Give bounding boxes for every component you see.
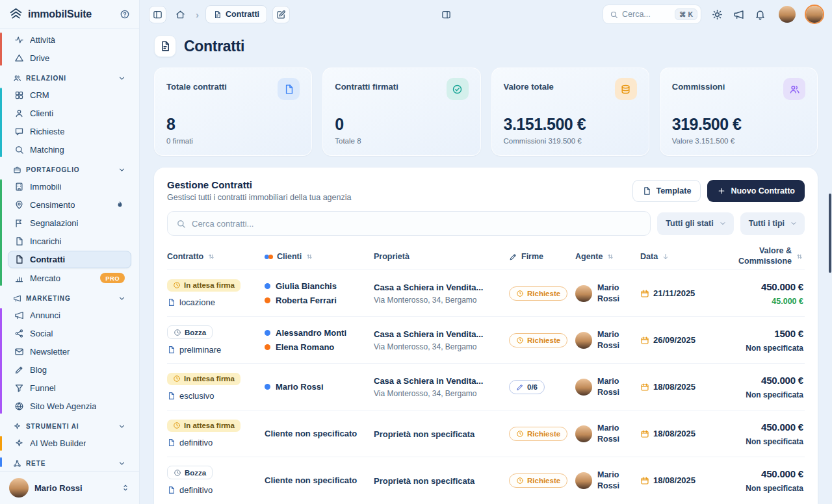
sidebar-item-immobili[interactable]: Immobili (8, 178, 131, 195)
sidebar-item-matching[interactable]: Matching (8, 141, 131, 158)
column-header-data[interactable]: Data (640, 252, 713, 261)
global-search-input[interactable] (622, 10, 668, 19)
sidebar-toggle-button[interactable] (149, 6, 166, 23)
sidebar-item-annunci[interactable]: Annunci (8, 307, 131, 324)
firme-pill[interactable]: 0/6 (509, 380, 545, 394)
contract-value: 1500 € (713, 328, 803, 339)
contract-type-label: locazione (179, 297, 215, 307)
sidebar-item-ai-web-builder[interactable]: AI Web Builder (8, 435, 131, 452)
search-shortcut: ⌘ K (675, 8, 697, 20)
cell-firme: Richieste (509, 427, 575, 441)
stat-card-totale-contratti: Totale contratti80 firmati (154, 68, 312, 156)
notifications-bell-icon[interactable] (755, 9, 766, 20)
stat-card-commissioni: Commissioni319.500 €Valore 3.151.500 € (660, 68, 818, 156)
sidebar-item-richieste[interactable]: Richieste (8, 123, 131, 140)
sidebar-item-mercato[interactable]: MercatoPRO (8, 269, 131, 287)
sidebar-item-contratti[interactable]: Contratti (8, 251, 131, 268)
column-header-propriet[interactable]: Proprietà (374, 252, 509, 261)
activity-icon (14, 35, 24, 45)
cell-agent: Mario Rossi (575, 470, 640, 491)
column-header-contratto[interactable]: Contratto (167, 252, 265, 261)
firme-pill[interactable]: Richieste (509, 427, 567, 441)
home-button[interactable] (172, 6, 189, 23)
stat-value: 8 (166, 115, 300, 134)
sidebar-item-label: Mercato (30, 273, 60, 283)
contracts-search[interactable] (167, 211, 651, 236)
firme-pill[interactable]: Richieste (509, 473, 567, 488)
sidebar-item-censimento[interactable]: Censimento (8, 196, 131, 214)
section-header-portafoglio[interactable]: PORTAFOGLIO (8, 160, 131, 177)
table-row[interactable]: In attesa firmaesclusivoMario RossiCasa … (167, 363, 805, 410)
panel-title: Gestione Contratti (167, 179, 351, 190)
contracts-search-input[interactable] (192, 219, 642, 229)
firme-pill[interactable]: Richieste (509, 286, 567, 301)
table-row[interactable]: In attesa firmadefinitivoCliente non spe… (167, 410, 805, 457)
breadcrumb-separator: › (194, 9, 200, 20)
breadcrumb-current[interactable]: Contratti (205, 5, 267, 23)
topbar-avatar-2[interactable] (806, 6, 823, 23)
status-filter-select[interactable]: Tutti gli stati (657, 212, 733, 235)
global-search[interactable]: ⌘ K (603, 5, 701, 24)
section-header-strumenti-ai[interactable]: STRUMENTI AI (8, 416, 131, 434)
new-entry-button[interactable] (272, 6, 290, 23)
topbar-avatar-1[interactable] (779, 6, 796, 23)
panel-layout-button[interactable] (437, 6, 455, 23)
grid-icon (14, 90, 24, 100)
scrollbar-thumb[interactable] (829, 194, 831, 273)
sidebar-item-segnalazioni[interactable]: Segnalazioni (8, 214, 131, 232)
sidebar-item-label: Attività (30, 35, 55, 45)
sidebar-item-crm[interactable]: CRM (8, 86, 131, 104)
date-value: 26/09/2025 (653, 335, 696, 345)
section-label: PORTAFOGLIO (26, 166, 80, 173)
table-header-row: ContrattoClientiProprietàFirmeAgenteData… (167, 244, 805, 270)
sidebar-item-social[interactable]: Social (8, 325, 131, 342)
table-row[interactable]: BozzapreliminareAlessandro MontiElena Ro… (167, 316, 805, 363)
sidebar-item-blog[interactable]: Blog (8, 361, 131, 379)
client-name: Alessandro Monti (276, 328, 346, 338)
status-badge: In attesa firma (167, 420, 240, 432)
column-header-agente[interactable]: Agente (575, 252, 640, 261)
section-header-relazioni[interactable]: RELAZIONI (8, 68, 131, 86)
announcements-icon[interactable] (733, 9, 744, 20)
sidebar-item-funnel[interactable]: Funnel (8, 379, 131, 397)
section-items: ImmobiliCensimentoSegnalazioniIncarichiC… (8, 178, 131, 287)
cell-clients: Mario Rossi (265, 382, 374, 392)
section-header-marketing[interactable]: MARKETING (8, 288, 131, 306)
sidebar-item-sito-web-agenzia[interactable]: Sito Web Agenzia (8, 397, 131, 415)
contracts-page-icon (159, 40, 171, 52)
sidebar-item-drive[interactable]: Drive (8, 49, 131, 67)
stat-subtext: Totale 8 (335, 137, 468, 145)
chevrons-updown-icon[interactable] (121, 483, 130, 492)
stat-card-valore-totale: Valore totale3.151.500 €Commissioni 319.… (491, 68, 649, 156)
section-header-rete[interactable]: RETE (8, 453, 131, 471)
new-contract-button[interactable]: Nuovo Contratto (707, 180, 805, 202)
user-avatar (9, 478, 29, 498)
table-row[interactable]: In attesa firmalocazioneGiulia BianchisR… (167, 270, 805, 316)
column-label: Proprietà (374, 252, 410, 261)
sidebar-user-menu[interactable]: Mario Rossi (0, 471, 139, 504)
sidebar-item-label: Segnalazioni (30, 218, 78, 228)
sidebar-top-group: AttivitàDrive (8, 31, 131, 67)
cell-property: Proprietà non specificata (374, 475, 509, 486)
type-filter-select[interactable]: Tutti i tipi (740, 212, 805, 235)
client-item: Giulia Bianchis (265, 281, 374, 291)
sidebar-item-incarichi[interactable]: Incarichi (8, 233, 131, 250)
clock-icon (173, 375, 181, 383)
help-icon[interactable] (120, 9, 130, 19)
column-header-clienti[interactable]: Clienti (265, 252, 374, 261)
table-row[interactable]: BozzadefinitivoCliente non specificatoPr… (167, 457, 805, 503)
firme-pill[interactable]: Richieste (509, 333, 567, 347)
theme-toggle-icon[interactable] (712, 9, 723, 20)
clients-dots-icon (265, 255, 273, 259)
template-button[interactable]: Template (632, 180, 701, 202)
column-header-firme[interactable]: Firme (509, 252, 575, 261)
sidebar-item-clienti[interactable]: Clienti (8, 105, 131, 122)
column-header-valore-commissione[interactable]: Valore & Commissione (713, 246, 805, 266)
cell-value: 450.000 €45.000 € (713, 281, 805, 306)
sidebar-item-attivit[interactable]: Attività (8, 31, 131, 49)
cell-value: 450.000 €Non specificata (713, 375, 805, 399)
sidebar-item-newsletter[interactable]: Newsletter (8, 343, 131, 360)
search-icon (176, 219, 186, 229)
app-name: immobilSuite (28, 8, 92, 20)
firme-label: Richieste (527, 336, 560, 344)
